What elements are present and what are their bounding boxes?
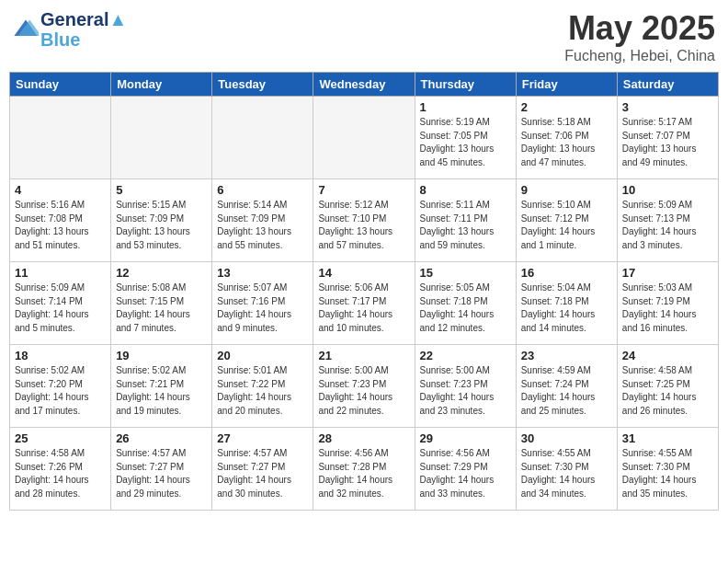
calendar-cell: 9Sunrise: 5:10 AMSunset: 7:12 PMDaylight… <box>516 179 617 262</box>
day-info: Sunrise: 5:19 AMSunset: 7:05 PMDaylight:… <box>420 116 511 169</box>
day-info: Sunrise: 4:58 AMSunset: 7:26 PMDaylight:… <box>15 447 106 500</box>
calendar-cell <box>212 97 313 179</box>
day-info: Sunrise: 4:55 AMSunset: 7:30 PMDaylight:… <box>622 447 713 500</box>
day-info: Sunrise: 5:08 AMSunset: 7:15 PMDaylight:… <box>116 282 207 335</box>
day-info: Sunrise: 5:06 AMSunset: 7:17 PMDaylight:… <box>318 282 409 335</box>
calendar-week-row: 1Sunrise: 5:19 AMSunset: 7:05 PMDaylight… <box>10 97 719 179</box>
calendar-cell: 24Sunrise: 4:58 AMSunset: 7:25 PMDayligh… <box>617 345 718 428</box>
calendar-week-row: 4Sunrise: 5:16 AMSunset: 7:08 PMDaylight… <box>10 179 719 262</box>
calendar-cell: 1Sunrise: 5:19 AMSunset: 7:05 PMDaylight… <box>415 97 516 179</box>
day-info: Sunrise: 5:05 AMSunset: 7:18 PMDaylight:… <box>420 282 511 335</box>
calendar-week-row: 11Sunrise: 5:09 AMSunset: 7:14 PMDayligh… <box>10 262 719 345</box>
day-number: 26 <box>116 431 207 445</box>
calendar-cell: 21Sunrise: 5:00 AMSunset: 7:23 PMDayligh… <box>313 345 415 428</box>
calendar-cell: 25Sunrise: 4:58 AMSunset: 7:26 PMDayligh… <box>10 428 111 511</box>
day-info: Sunrise: 4:55 AMSunset: 7:30 PMDaylight:… <box>521 447 612 500</box>
calendar-cell: 5Sunrise: 5:15 AMSunset: 7:09 PMDaylight… <box>111 179 212 262</box>
weekday-header: Saturday <box>617 73 718 97</box>
calendar-cell: 30Sunrise: 4:55 AMSunset: 7:30 PMDayligh… <box>516 428 617 511</box>
weekday-header: Thursday <box>415 73 516 97</box>
day-number: 12 <box>116 266 207 280</box>
day-number: 23 <box>521 349 612 362</box>
calendar-cell: 28Sunrise: 4:56 AMSunset: 7:28 PMDayligh… <box>313 428 415 511</box>
day-number: 7 <box>318 183 409 197</box>
calendar-cell: 19Sunrise: 5:02 AMSunset: 7:21 PMDayligh… <box>111 345 212 428</box>
calendar-cell: 6Sunrise: 5:14 AMSunset: 7:09 PMDaylight… <box>212 179 313 262</box>
day-number: 30 <box>521 431 612 445</box>
calendar-cell <box>10 97 111 179</box>
calendar-cell: 11Sunrise: 5:09 AMSunset: 7:14 PMDayligh… <box>10 262 111 345</box>
calendar-cell: 12Sunrise: 5:08 AMSunset: 7:15 PMDayligh… <box>111 262 212 345</box>
day-number: 14 <box>318 266 409 280</box>
day-number: 2 <box>521 100 612 114</box>
day-info: Sunrise: 4:57 AMSunset: 7:27 PMDaylight:… <box>116 447 207 500</box>
weekday-header: Wednesday <box>313 73 415 97</box>
calendar-cell: 2Sunrise: 5:18 AMSunset: 7:06 PMDaylight… <box>516 97 617 179</box>
calendar-cell: 26Sunrise: 4:57 AMSunset: 7:27 PMDayligh… <box>111 428 212 511</box>
day-number: 4 <box>15 183 106 197</box>
day-number: 3 <box>622 100 713 114</box>
day-number: 17 <box>622 266 713 280</box>
weekday-header: Friday <box>516 73 617 97</box>
day-info: Sunrise: 4:58 AMSunset: 7:25 PMDaylight:… <box>622 364 713 418</box>
logo: General▲ Blue <box>13 9 127 50</box>
day-info: Sunrise: 5:14 AMSunset: 7:09 PMDaylight:… <box>217 199 308 252</box>
calendar-cell: 23Sunrise: 4:59 AMSunset: 7:24 PMDayligh… <box>516 345 617 428</box>
calendar-cell: 13Sunrise: 5:07 AMSunset: 7:16 PMDayligh… <box>212 262 313 345</box>
calendar-cell: 10Sunrise: 5:09 AMSunset: 7:13 PMDayligh… <box>617 179 718 262</box>
calendar-cell: 14Sunrise: 5:06 AMSunset: 7:17 PMDayligh… <box>313 262 415 345</box>
day-info: Sunrise: 5:02 AMSunset: 7:20 PMDaylight:… <box>15 364 106 418</box>
day-info: Sunrise: 5:00 AMSunset: 7:23 PMDaylight:… <box>318 364 409 418</box>
day-number: 16 <box>521 266 612 280</box>
calendar-cell: 29Sunrise: 4:56 AMSunset: 7:29 PMDayligh… <box>415 428 516 511</box>
logo-icon <box>13 17 39 42</box>
day-number: 25 <box>15 431 106 445</box>
logo-subtext: Blue <box>40 29 127 50</box>
day-info: Sunrise: 5:01 AMSunset: 7:22 PMDaylight:… <box>217 364 308 418</box>
day-number: 19 <box>116 349 207 362</box>
logo-text: General▲ <box>40 9 127 29</box>
location-subtitle: Fucheng, Hebei, China <box>564 48 715 64</box>
day-number: 8 <box>420 183 511 197</box>
day-info: Sunrise: 5:11 AMSunset: 7:11 PMDaylight:… <box>420 199 511 252</box>
weekday-header-row: SundayMondayTuesdayWednesdayThursdayFrid… <box>10 73 719 97</box>
day-number: 13 <box>217 266 308 280</box>
calendar-cell: 7Sunrise: 5:12 AMSunset: 7:10 PMDaylight… <box>313 179 415 262</box>
day-info: Sunrise: 5:07 AMSunset: 7:16 PMDaylight:… <box>217 282 308 335</box>
day-number: 10 <box>622 183 713 197</box>
weekday-header: Tuesday <box>212 73 313 97</box>
day-info: Sunrise: 5:09 AMSunset: 7:13 PMDaylight:… <box>622 199 713 252</box>
title-block: May 2025 Fucheng, Hebei, China <box>564 9 715 64</box>
day-number: 1 <box>420 100 511 114</box>
calendar-cell: 17Sunrise: 5:03 AMSunset: 7:19 PMDayligh… <box>617 262 718 345</box>
day-info: Sunrise: 4:57 AMSunset: 7:27 PMDaylight:… <box>217 447 308 500</box>
calendar-cell: 31Sunrise: 4:55 AMSunset: 7:30 PMDayligh… <box>617 428 718 511</box>
weekday-header: Sunday <box>10 73 111 97</box>
day-number: 20 <box>217 349 308 362</box>
day-number: 21 <box>318 349 409 362</box>
day-number: 31 <box>622 431 713 445</box>
day-info: Sunrise: 4:59 AMSunset: 7:24 PMDaylight:… <box>521 364 612 418</box>
weekday-header: Monday <box>111 73 212 97</box>
day-info: Sunrise: 5:16 AMSunset: 7:08 PMDaylight:… <box>15 199 106 252</box>
calendar-cell: 27Sunrise: 4:57 AMSunset: 7:27 PMDayligh… <box>212 428 313 511</box>
day-info: Sunrise: 4:56 AMSunset: 7:28 PMDaylight:… <box>318 447 409 500</box>
calendar-week-row: 18Sunrise: 5:02 AMSunset: 7:20 PMDayligh… <box>10 345 719 428</box>
day-number: 24 <box>622 349 713 362</box>
calendar-cell: 4Sunrise: 5:16 AMSunset: 7:08 PMDaylight… <box>10 179 111 262</box>
day-number: 28 <box>318 431 409 445</box>
day-number: 29 <box>420 431 511 445</box>
day-number: 5 <box>116 183 207 197</box>
calendar-cell <box>111 97 212 179</box>
calendar-week-row: 25Sunrise: 4:58 AMSunset: 7:26 PMDayligh… <box>10 428 719 511</box>
calendar-cell: 18Sunrise: 5:02 AMSunset: 7:20 PMDayligh… <box>10 345 111 428</box>
day-number: 22 <box>420 349 511 362</box>
day-info: Sunrise: 4:56 AMSunset: 7:29 PMDaylight:… <box>420 447 511 500</box>
calendar-cell: 3Sunrise: 5:17 AMSunset: 7:07 PMDaylight… <box>617 97 718 179</box>
month-title: May 2025 <box>564 9 715 48</box>
day-number: 6 <box>217 183 308 197</box>
day-info: Sunrise: 5:10 AMSunset: 7:12 PMDaylight:… <box>521 199 612 252</box>
day-number: 15 <box>420 266 511 280</box>
calendar-table: SundayMondayTuesdayWednesdayThursdayFrid… <box>9 72 719 511</box>
day-info: Sunrise: 5:04 AMSunset: 7:18 PMDaylight:… <box>521 282 612 335</box>
